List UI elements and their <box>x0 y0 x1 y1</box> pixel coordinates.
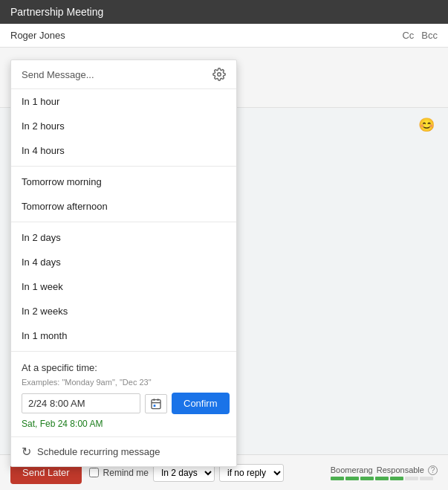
dropdown-title: Send Message... <box>22 69 94 80</box>
progress-seg-7 <box>420 477 433 480</box>
title-bar: Partnership Meeting <box>0 0 448 24</box>
emoji-icon: 😊 <box>418 117 435 132</box>
divider-3 <box>11 351 236 352</box>
cc-label[interactable]: Cc <box>402 30 414 41</box>
svg-rect-5 <box>154 404 156 407</box>
menu-group-1: In 1 hour In 2 hours In 4 hours <box>11 89 236 163</box>
divider-1 <box>11 166 236 167</box>
recurring-icon: ↻ <box>22 445 31 459</box>
schedule-recurring-label: Schedule recurring message <box>37 446 160 457</box>
specific-time-section: At a specific time: Examples: "Monday 9a… <box>11 355 236 436</box>
menu-group-3: In 2 days In 4 days In 1 week In 2 weeks… <box>11 225 236 348</box>
menu-item-in-4-days[interactable]: In 4 days <box>11 250 236 274</box>
menu-item-tomorrow-morning[interactable]: Tomorrow morning <box>11 170 236 194</box>
boomerang-sublabel: Responsable <box>377 465 424 474</box>
email-from: Roger Jones <box>10 30 402 41</box>
gear-icon[interactable] <box>212 68 226 81</box>
menu-group-2: Tomorrow morning Tomorrow afternoon <box>11 170 236 219</box>
menu-item-in-2-weeks[interactable]: In 2 weeks <box>11 299 236 323</box>
menu-item-in-1-hour[interactable]: In 1 hour <box>11 89 236 114</box>
boomerang-progress <box>331 477 438 480</box>
question-mark-icon[interactable]: ? <box>428 465 438 475</box>
boomerang-label-text: Boomerang Responsable ? <box>331 465 438 475</box>
svg-point-0 <box>218 73 221 77</box>
progress-seg-4 <box>375 477 389 480</box>
email-header: Roger Jones Cc Bcc <box>0 24 448 48</box>
progress-seg-3 <box>360 477 374 480</box>
specific-time-input-row: Confirm <box>22 393 226 414</box>
progress-seg-1 <box>331 477 344 480</box>
window-title: Partnership Meeting <box>10 6 103 18</box>
menu-item-in-1-week[interactable]: In 1 week <box>11 274 236 299</box>
progress-seg-5 <box>390 477 403 480</box>
calendar-button[interactable] <box>145 394 167 413</box>
remind-me-label: Remind me <box>103 468 149 478</box>
specific-time-label: At a specific time: <box>22 362 226 373</box>
remind-me-checkbox[interactable] <box>89 468 99 477</box>
menu-item-tomorrow-afternoon[interactable]: Tomorrow afternoon <box>11 194 236 219</box>
confirm-button[interactable]: Confirm <box>172 393 230 414</box>
specific-time-example: Examples: "Monday 9am", "Dec 23" <box>22 378 226 387</box>
dropdown-header: Send Message... <box>11 60 236 89</box>
datetime-input[interactable] <box>22 393 140 413</box>
menu-item-in-1-month[interactable]: In 1 month <box>11 323 236 348</box>
bcc-label[interactable]: Bcc <box>421 30 438 41</box>
svg-rect-1 <box>152 399 160 408</box>
emoji-button[interactable]: 😊 <box>415 114 438 136</box>
confirmed-date: Sat, Feb 24 8:00 AM <box>22 419 226 429</box>
send-message-dropdown: Send Message... In 1 hour In 2 hours In … <box>10 59 237 467</box>
progress-seg-6 <box>405 477 418 480</box>
menu-item-in-4-hours[interactable]: In 4 hours <box>11 138 236 163</box>
progress-seg-2 <box>345 477 359 480</box>
menu-item-in-2-hours[interactable]: In 2 hours <box>11 114 236 138</box>
boomerang-bar: Boomerang Responsable ? <box>331 465 438 480</box>
divider-2 <box>11 222 236 222</box>
menu-item-in-2-days[interactable]: In 2 days <box>11 225 236 250</box>
schedule-recurring-item[interactable]: ↻ Schedule recurring message <box>11 436 236 466</box>
